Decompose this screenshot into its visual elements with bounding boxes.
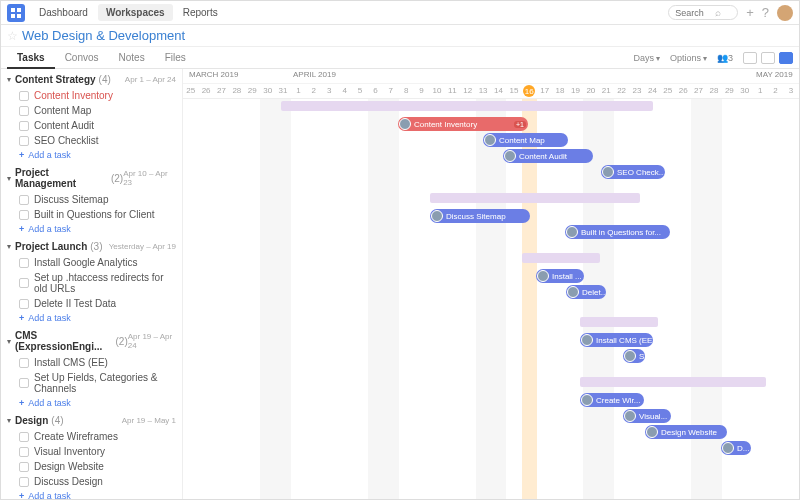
gantt-bar[interactable] bbox=[580, 377, 766, 387]
nav-reports[interactable]: Reports bbox=[175, 4, 226, 21]
task-row[interactable]: Discuss Sitemap bbox=[1, 192, 182, 207]
group-header[interactable]: ▾Project Launch(3)Yesterday – Apr 19 bbox=[1, 238, 182, 255]
task-row[interactable]: Discuss Design bbox=[1, 474, 182, 489]
search-input[interactable] bbox=[675, 8, 715, 18]
search-box[interactable]: ⌕ bbox=[668, 5, 738, 20]
group-header[interactable]: ▾Content Strategy(4)Apr 1 – Apr 24 bbox=[1, 71, 182, 88]
checkbox[interactable] bbox=[19, 91, 29, 101]
task-row[interactable]: Install CMS (EE) bbox=[1, 355, 182, 370]
add-icon[interactable]: + bbox=[746, 5, 754, 20]
gantt-bar[interactable]: Content Audit bbox=[503, 149, 593, 163]
task-row[interactable]: SEO Checklist bbox=[1, 133, 182, 148]
task-row[interactable]: Delete II Test Data bbox=[1, 296, 182, 311]
add-task-button[interactable]: Add a task bbox=[1, 489, 182, 499]
checkbox[interactable] bbox=[19, 136, 29, 146]
task-label: Set up .htaccess redirects for old URLs bbox=[34, 272, 176, 294]
add-task-button[interactable]: Add a task bbox=[1, 311, 182, 327]
group-header[interactable]: ▾CMS (ExpressionEngi...(2)Apr 19 – Apr 2… bbox=[1, 327, 182, 355]
day-cell: 10 bbox=[429, 84, 444, 97]
top-nav: DashboardWorkspacesReports bbox=[31, 4, 226, 21]
gantt-bar[interactable] bbox=[281, 101, 653, 111]
task-row[interactable]: Built in Questions for Client bbox=[1, 207, 182, 222]
group-header[interactable]: ▾Project Management(2)Apr 10 – Apr 23 bbox=[1, 164, 182, 192]
gantt-bar[interactable]: D... bbox=[721, 441, 751, 455]
task-row[interactable]: Create Wireframes bbox=[1, 429, 182, 444]
gantt-bar[interactable] bbox=[580, 317, 658, 327]
checkbox[interactable] bbox=[19, 121, 29, 131]
bar-label: Install CMS (EE) bbox=[596, 336, 653, 345]
gantt-bar[interactable]: Content Inventory+1 bbox=[398, 117, 528, 131]
day-cell: 28 bbox=[706, 84, 721, 97]
gantt-bar[interactable]: Discuss Sitemap bbox=[430, 209, 530, 223]
checkbox[interactable] bbox=[19, 462, 29, 472]
bar-label: Create Wir... bbox=[596, 396, 640, 405]
chevron-down-icon: ▾ bbox=[7, 337, 11, 346]
day-cell: 27 bbox=[691, 84, 706, 97]
task-row[interactable]: Visual Inventory bbox=[1, 444, 182, 459]
checkbox[interactable] bbox=[19, 210, 29, 220]
add-task-button[interactable]: Add a task bbox=[1, 222, 182, 238]
checkbox[interactable] bbox=[19, 378, 29, 388]
bar-label: Content Audit bbox=[519, 152, 567, 161]
gantt-bar[interactable]: Create Wir... bbox=[580, 393, 644, 407]
checkbox[interactable] bbox=[19, 358, 29, 368]
checkbox[interactable] bbox=[19, 432, 29, 442]
view-board-icon[interactable] bbox=[761, 52, 775, 64]
view-gantt-icon[interactable] bbox=[779, 52, 793, 64]
gantt-bar[interactable]: Built in Questions for... bbox=[565, 225, 670, 239]
star-icon[interactable]: ☆ bbox=[7, 29, 18, 43]
tab-notes[interactable]: Notes bbox=[109, 48, 155, 68]
add-task-button[interactable]: Add a task bbox=[1, 396, 182, 412]
gantt-bar[interactable]: Visual... bbox=[623, 409, 671, 423]
people-count[interactable]: 👥3 bbox=[717, 53, 733, 63]
day-cell: 28 bbox=[229, 84, 244, 97]
task-label: Content Audit bbox=[34, 120, 94, 131]
gantt-bar[interactable]: Delet... bbox=[566, 285, 606, 299]
task-row[interactable]: Set up .htaccess redirects for old URLs bbox=[1, 270, 182, 296]
add-task-button[interactable]: Add a task bbox=[1, 148, 182, 164]
task-row[interactable]: Design Website bbox=[1, 459, 182, 474]
checkbox[interactable] bbox=[19, 299, 29, 309]
day-cell: 30 bbox=[737, 84, 752, 97]
task-label: Built in Questions for Client bbox=[34, 209, 155, 220]
checkbox[interactable] bbox=[19, 195, 29, 205]
task-row[interactable]: Content Map bbox=[1, 103, 182, 118]
day-cell: 15 bbox=[506, 84, 521, 97]
gantt-body[interactable]: Content Inventory+1Content MapContent Au… bbox=[183, 99, 799, 499]
checkbox[interactable] bbox=[19, 278, 29, 288]
nav-workspaces[interactable]: Workspaces bbox=[98, 4, 173, 21]
gantt-bar[interactable]: S... bbox=[623, 349, 645, 363]
checkbox[interactable] bbox=[19, 447, 29, 457]
gantt-bar[interactable]: Install CMS (EE) bbox=[580, 333, 653, 347]
gantt-bar[interactable] bbox=[522, 253, 600, 263]
view-list-icon[interactable] bbox=[743, 52, 757, 64]
app-logo[interactable] bbox=[7, 4, 25, 22]
assignee-avatar bbox=[624, 350, 636, 362]
checkbox[interactable] bbox=[19, 106, 29, 116]
checkbox[interactable] bbox=[19, 258, 29, 268]
task-label: Install Google Analytics bbox=[34, 257, 137, 268]
tab-tasks[interactable]: Tasks bbox=[7, 48, 55, 69]
options-dropdown[interactable]: Options▾ bbox=[670, 53, 707, 63]
task-row[interactable]: Content Inventory bbox=[1, 88, 182, 103]
assignee-avatar bbox=[624, 410, 636, 422]
task-row[interactable]: Content Audit bbox=[1, 118, 182, 133]
user-avatar[interactable] bbox=[777, 5, 793, 21]
assignee-avatar bbox=[484, 134, 496, 146]
help-icon[interactable]: ? bbox=[762, 5, 769, 20]
task-row[interactable]: Install Google Analytics bbox=[1, 255, 182, 270]
gantt-bar[interactable]: Content Map bbox=[483, 133, 568, 147]
days-dropdown[interactable]: Days▾ bbox=[633, 53, 660, 63]
group-header[interactable]: ▾Design(4)Apr 19 – May 1 bbox=[1, 412, 182, 429]
gantt-bar[interactable] bbox=[430, 193, 640, 203]
task-row[interactable]: Set Up Fields, Categories & Channels bbox=[1, 370, 182, 396]
nav-dashboard[interactable]: Dashboard bbox=[31, 4, 96, 21]
gantt-bar[interactable]: SEO Check... bbox=[601, 165, 665, 179]
gantt-bar[interactable]: Design Website bbox=[645, 425, 727, 439]
checkbox[interactable] bbox=[19, 477, 29, 487]
month-label: APRIL 2019 bbox=[293, 70, 336, 79]
bar-label: Discuss Sitemap bbox=[446, 212, 506, 221]
tab-files[interactable]: Files bbox=[155, 48, 196, 68]
gantt-bar[interactable]: Install ... bbox=[536, 269, 584, 283]
tab-convos[interactable]: Convos bbox=[55, 48, 109, 68]
